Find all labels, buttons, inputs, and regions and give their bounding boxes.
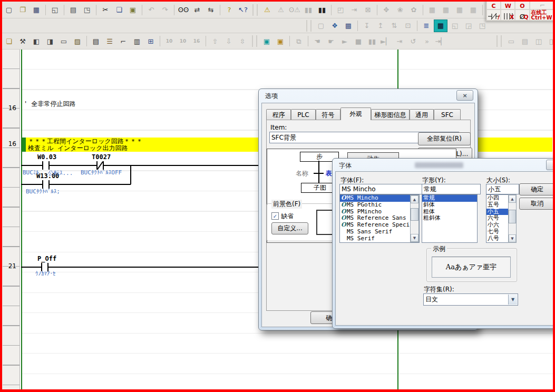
- list-item[interactable]: 粗斜体: [422, 215, 477, 222]
- list-item[interactable]: 小四: [486, 195, 509, 202]
- font-cancel-button[interactable]: 取消: [519, 198, 555, 210]
- undo-icon[interactable]: ↶: [145, 4, 158, 16]
- view-mnemonic-icon[interactable]: ▤: [90, 35, 102, 47]
- font-style-list[interactable]: 常规斜体粗体粗斜体: [422, 194, 478, 243]
- transfer-options-icon[interactable]: ⧉: [293, 35, 305, 47]
- memory-view-4-icon[interactable]: ▦: [467, 4, 480, 16]
- sim-fast-icon[interactable]: »: [421, 35, 433, 47]
- find-next-icon[interactable]: ⇆: [205, 4, 217, 16]
- closed-coil-button[interactable]: Ø Q: [515, 9, 529, 21]
- toolbar-grip[interactable]: [252, 35, 257, 47]
- go-to-jump-icon[interactable]: ⇳: [236, 35, 249, 47]
- online-tool-1-icon[interactable]: ✥: [380, 4, 393, 16]
- scrollbar-thumb[interactable]: [509, 210, 516, 223]
- upload-from-plc-icon[interactable]: ↥: [374, 20, 387, 32]
- font-ok-button[interactable]: 确定: [519, 183, 555, 195]
- monitoring-icon[interactable]: ▦: [434, 19, 447, 32]
- tab-程序[interactable]: 程序: [266, 109, 291, 120]
- compile-program-icon[interactable]: ❖: [328, 20, 341, 32]
- cross-reference-icon[interactable]: ◧: [30, 35, 43, 47]
- program-check-icon[interactable]: ◰: [334, 4, 347, 16]
- list-item[interactable]: OMS Reference Sans: [340, 215, 419, 222]
- toolbar-grip[interactable]: [306, 20, 311, 32]
- font-style-field[interactable]: 常规: [422, 184, 481, 194]
- find-icon[interactable]: ʘʘ: [177, 4, 190, 16]
- customize-button[interactable]: 自定义...: [271, 222, 308, 234]
- tab-通用[interactable]: 通用: [410, 109, 434, 120]
- tab-符号[interactable]: 符号: [316, 109, 340, 120]
- font-size-field[interactable]: 小五: [486, 184, 519, 194]
- font-name-field[interactable]: MS Mincho: [339, 184, 423, 194]
- sim-play-icon[interactable]: ►: [338, 35, 351, 47]
- list-item[interactable]: OMS Mincho: [340, 195, 419, 202]
- list-item[interactable]: 小六: [486, 222, 509, 229]
- find-report-icon[interactable]: ʘ⚠: [288, 4, 301, 16]
- open-file-icon[interactable]: ❐: [16, 4, 29, 16]
- closed-or-contact-button[interactable]: X: [501, 9, 515, 21]
- sim-step-next-icon[interactable]: ►▏: [379, 35, 392, 47]
- sim-step-out-icon[interactable]: ↺: [407, 35, 420, 47]
- rung-comment[interactable]: ' 全非常停止回路: [24, 100, 75, 109]
- project-export-icon[interactable]: ❏: [3, 35, 15, 47]
- partial-transfer-icon[interactable]: ⊡: [402, 20, 414, 32]
- default-checkbox[interactable]: ✓: [271, 212, 279, 220]
- view-rung-comment-icon[interactable]: ⌐: [117, 35, 130, 47]
- print-icon[interactable]: ▤: [67, 4, 80, 16]
- toolbar-grip[interactable]: [252, 4, 258, 16]
- contact-device-name[interactable]: W0.03: [37, 153, 56, 161]
- ladder-sym-3-icon[interactable]: ◫: [532, 35, 545, 47]
- options-dialog-titlebar[interactable]: 选项 ×: [259, 89, 478, 102]
- window-x-icon[interactable]: ◲: [462, 20, 475, 32]
- tab-PLC[interactable]: PLC: [291, 109, 316, 120]
- copy-icon[interactable]: ❏: [113, 4, 125, 16]
- save-file-icon[interactable]: ▦: [30, 4, 43, 16]
- closed-contact-button[interactable]: /: [486, 9, 501, 21]
- replace-icon[interactable]: ⇄: [191, 4, 203, 16]
- view-ladder-icon[interactable]: ▥: [131, 35, 143, 47]
- run-mode-icon[interactable]: ☛: [325, 35, 337, 47]
- cancel-transfer-icon[interactable]: ⊠: [362, 4, 374, 16]
- work-online-simulator-icon[interactable]: ▣: [274, 35, 287, 47]
- monitor-signed-decimal-icon[interactable]: 10: [177, 35, 189, 47]
- reset-all-button[interactable]: 全部复位(R): [418, 132, 471, 145]
- cut-icon[interactable]: ✂: [99, 4, 112, 16]
- font-dialog-titlebar[interactable]: 字体 ×: [333, 159, 555, 171]
- scroll-down-icon[interactable]: ▼: [411, 234, 418, 242]
- list-item[interactable]: 常规: [422, 195, 477, 202]
- program-structure-icon[interactable]: ≣: [420, 20, 433, 32]
- font-name-list[interactable]: OMS MinchoOMS PGothicOMS PMinchoOMS Refe…: [339, 194, 420, 243]
- paste-icon[interactable]: ▣: [126, 4, 139, 16]
- memory-view-1-icon[interactable]: ▦: [426, 4, 439, 16]
- tab-外观[interactable]: 外观: [340, 107, 371, 120]
- font-size-list[interactable]: 小四五号小五六号小六七号八号: [486, 194, 509, 243]
- window-check-icon[interactable]: ◳: [476, 20, 489, 32]
- scroll-up-icon[interactable]: ▲: [411, 195, 418, 203]
- size-list-scrollbar[interactable]: ▲ ▼: [508, 194, 517, 243]
- grid-settings-icon[interactable]: ▩: [342, 20, 355, 32]
- online-tool-3-icon[interactable]: ✿: [407, 4, 420, 16]
- compile-icon[interactable]: ⚠: [261, 4, 274, 16]
- work-online-icon[interactable]: ▣: [260, 35, 273, 47]
- ladder-sym-1-icon[interactable]: ▭: [505, 35, 518, 47]
- list-item[interactable]: MS Sans Serif: [340, 229, 419, 236]
- window-tool-icon[interactable]: ▢: [315, 20, 327, 32]
- new-file-icon[interactable]: ▢: [3, 4, 15, 16]
- font-list-scrollbar[interactable]: ▲ ▼: [410, 195, 419, 242]
- sim-to-end-icon[interactable]: ⇥▏: [434, 35, 447, 47]
- context-help-icon[interactable]: ↖?: [237, 4, 249, 16]
- contact-device-name[interactable]: T0027: [92, 153, 111, 161]
- no-contact-W13.00[interactable]: [41, 180, 51, 189]
- build-tools-icon[interactable]: ⚒: [16, 35, 29, 47]
- monitor-hex-icon[interactable]: 16: [190, 35, 203, 47]
- go-to-next-icon[interactable]: ⇩: [222, 35, 235, 47]
- window-z-icon[interactable]: ◱: [449, 20, 461, 32]
- toolbar-grip[interactable]: [496, 35, 502, 47]
- contact-device-name[interactable]: P_Off: [37, 255, 56, 262]
- print-preview-icon[interactable]: ◳: [81, 4, 93, 16]
- tab-梯形图信息[interactable]: 梯形图信息: [371, 109, 410, 120]
- view-io-comment-icon[interactable]: ⊞: [144, 35, 157, 47]
- list-item[interactable]: 七号: [486, 229, 509, 236]
- tab-SFC[interactable]: SFC: [434, 109, 461, 120]
- online-tool-2-icon[interactable]: ❀: [394, 4, 406, 16]
- list-item[interactable]: 斜体: [422, 202, 477, 209]
